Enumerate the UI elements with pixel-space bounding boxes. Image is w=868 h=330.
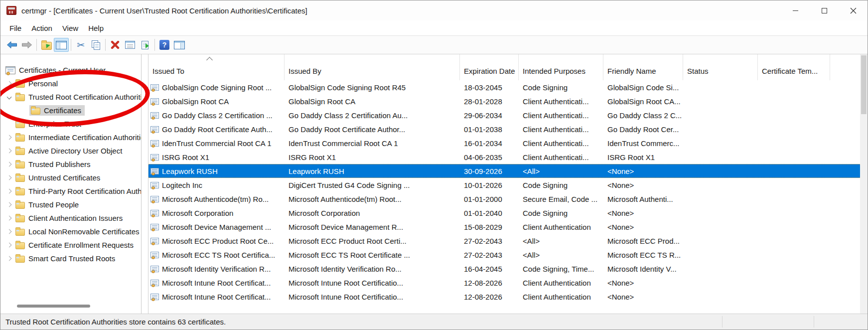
list-vertical-scrollbar[interactable] xyxy=(860,54,868,314)
menu-file[interactable]: File xyxy=(4,20,26,36)
cell-friendly_name: Microsoft ECC TS R... xyxy=(603,251,683,259)
tree-item-client-authentication-issuers[interactable]: Client Authentication Issuers xyxy=(0,211,141,225)
menu-help[interactable]: Help xyxy=(83,20,109,36)
maximize-button[interactable] xyxy=(810,0,839,20)
column-header-certificate-tem[interactable]: Certificate Tem... xyxy=(758,54,830,80)
table-row-microsoft-intune-root-certificat[interactable]: Microsoft Intune Root Certificat...Micro… xyxy=(148,276,860,290)
tree-item-content: Trusted People xyxy=(14,199,82,210)
back-button[interactable] xyxy=(4,38,19,52)
expander[interactable] xyxy=(4,184,14,198)
tree-item-content: Untrusted Certificates xyxy=(14,172,104,183)
cut-button[interactable]: ✂ xyxy=(73,38,88,52)
export-list-button[interactable] xyxy=(138,38,152,52)
column-header-friendly-name[interactable]: Friendly Name xyxy=(603,54,683,80)
cell-text: ISRG Root X1 xyxy=(162,153,209,162)
tree-item-local-nonremovable-certificates[interactable]: Local NonRemovable Certificates xyxy=(0,225,141,238)
copy-button[interactable] xyxy=(88,38,103,52)
column-header-expiration-date[interactable]: Expiration Date xyxy=(460,54,519,80)
expander[interactable] xyxy=(4,211,14,225)
tree-item-certificate-enrollment-requests[interactable]: Certificate Enrollment Requests xyxy=(0,238,141,252)
delete-button[interactable] xyxy=(108,38,123,52)
table-row-leapwork-rush[interactable]: Leapwork RUSHLeapwork RUSH30-09-2026<All… xyxy=(148,164,860,178)
expander[interactable] xyxy=(4,225,14,238)
column-header-status[interactable]: Status xyxy=(683,54,758,80)
tree-item-third-party-root-certification-authorities[interactable]: Third-Party Root Certification Authoriti… xyxy=(0,184,141,198)
expander[interactable] xyxy=(4,77,14,90)
cell-text: Microsoft Intune Root Certificat... xyxy=(162,279,271,287)
table-row-microsoft-device-management[interactable]: Microsoft Device Management ...Microsoft… xyxy=(148,220,860,234)
table-row-microsoft-ecc-ts-root-certifica[interactable]: Microsoft ECC TS Root Certifica...Micros… xyxy=(148,248,860,262)
show-hide-console-tree-button[interactable] xyxy=(54,38,69,52)
help-icon: ? xyxy=(159,40,169,50)
table-row-microsoft-ecc-product-root-ce[interactable]: Microsoft ECC Product Root Ce...Microsof… xyxy=(148,234,860,248)
help-button[interactable]: ? xyxy=(157,38,172,52)
tree-root-certificates-current-user[interactable]: Certificates - Current User xyxy=(0,63,141,77)
cell-issued_by: Microsoft Intune Root Certificatio... xyxy=(285,279,460,287)
expander[interactable] xyxy=(4,131,14,144)
tree-item-personal[interactable]: Personal xyxy=(0,77,141,90)
tree-item-smart-card-trusted-roots[interactable]: Smart Card Trusted Roots xyxy=(0,252,141,265)
tree-item-content: Client Authentication Issuers xyxy=(14,213,126,223)
show-hide-action-pane-icon xyxy=(174,41,185,49)
table-row-microsoft-identity-verification-r[interactable]: Microsoft Identity Verification R...Micr… xyxy=(148,262,860,276)
expander[interactable] xyxy=(4,158,14,171)
cell-text: Microsoft Authenticode(tm) Ro... xyxy=(162,195,269,203)
column-header-intended-purposes[interactable]: Intended Purposes xyxy=(519,54,603,80)
column-header-issued-by[interactable]: Issued By xyxy=(285,54,460,80)
expander[interactable] xyxy=(4,171,14,184)
cell-issued_to: ISRG Root X1 xyxy=(148,153,285,162)
menu-action[interactable]: Action xyxy=(26,20,57,36)
forward-button[interactable] xyxy=(19,38,34,52)
column-header-label: Issued To xyxy=(152,67,184,75)
cell-text: DigiCert Trusted G4 Code Signing ... xyxy=(289,181,410,189)
table-row-microsoft-authenticode-tm-ro[interactable]: Microsoft Authenticode(tm) Ro...Microsof… xyxy=(148,192,860,206)
gold-seal xyxy=(151,172,155,175)
cell-intended_purposes: <All> xyxy=(519,167,603,175)
tree-item-trusted-publishers[interactable]: Trusted Publishers xyxy=(0,158,141,171)
table-row-globalsign-code-signing-root[interactable]: GlobalSign Code Signing Root ...GlobalSi… xyxy=(148,80,860,94)
tree-horizontal-scrollbar[interactable] xyxy=(17,305,90,308)
tree-item-enterprise-trust[interactable]: Enterprise Trust xyxy=(0,117,141,131)
folder-icon xyxy=(15,121,25,128)
panel-splitter[interactable] xyxy=(142,54,148,314)
menu-view[interactable]: View xyxy=(57,20,83,36)
table-row-identrust-commercial-root-ca-1[interactable]: IdenTrust Commercial Root CA 1IdenTrust … xyxy=(148,136,860,150)
table-row-microsoft-corporation[interactable]: Microsoft CorporationMicrosoft Corporati… xyxy=(148,206,860,220)
column-header-label: Expiration Date xyxy=(464,67,515,75)
cell-text: Go Daddy Class 2 Certification ... xyxy=(162,111,273,120)
up-one-level-button[interactable] xyxy=(39,38,54,52)
expander[interactable] xyxy=(4,198,14,211)
tree-item-untrusted-certificates[interactable]: Untrusted Certificates xyxy=(0,171,141,184)
cell-text: Code Signing, Time... xyxy=(523,265,594,273)
tree-item-content: Certificate Enrollment Requests xyxy=(14,240,137,250)
column-header-issued-to[interactable]: Issued To xyxy=(148,54,285,80)
column-header-label: Issued By xyxy=(289,67,321,75)
expander[interactable] xyxy=(4,238,14,252)
tree-item-certificates[interactable]: Certificates xyxy=(0,104,141,117)
table-row-logitech-inc[interactable]: Logitech IncDigiCert Trusted G4 Code Sig… xyxy=(148,178,860,192)
cell-text: GlobalSign Code Signing Root R45 xyxy=(289,83,406,92)
table-row-microsoft-intune-root-certificat[interactable]: Microsoft Intune Root Certificat...Micro… xyxy=(148,290,860,304)
expander[interactable] xyxy=(4,252,14,265)
table-row-go-daddy-root-certificate-auth[interactable]: Go Daddy Root Certificate Auth...Go Dadd… xyxy=(148,122,860,136)
minimize-button[interactable] xyxy=(781,0,810,20)
table-row-isrg-root-x1[interactable]: ISRG Root X1ISRG Root X104-06-2035Client… xyxy=(148,150,860,164)
back-icon xyxy=(6,41,17,49)
tree-item-active-directory-user-object[interactable]: Active Directory User Object xyxy=(0,144,141,158)
table-row-globalsign-root-ca[interactable]: GlobalSign Root CAGlobalSign Root CA28-0… xyxy=(148,94,860,108)
expander[interactable] xyxy=(4,90,14,104)
cell-issued_to: Go Daddy Root Certificate Auth... xyxy=(148,125,285,134)
show-hide-action-pane-button[interactable] xyxy=(172,38,187,52)
tree-item-trusted-people[interactable]: Trusted People xyxy=(0,198,141,211)
close-button[interactable] xyxy=(839,0,868,20)
expander[interactable] xyxy=(4,144,14,158)
table-row-go-daddy-class-2-certification[interactable]: Go Daddy Class 2 Certification ...Go Dad… xyxy=(148,108,860,122)
console-tree-panel: Certificates - Current User PersonalTrus… xyxy=(0,54,142,314)
tree-item-intermediate-certification-authorities[interactable]: Intermediate Certification Authorities xyxy=(0,131,141,144)
scrollbar-thumb[interactable] xyxy=(861,55,867,114)
tree-item-trusted-root-certification-authorities[interactable]: Trusted Root Certification Authorities xyxy=(0,90,141,104)
cell-text: ISRG Root X1 xyxy=(289,153,336,162)
forward-icon xyxy=(21,41,32,49)
cell-friendly_name: Microsoft ECC Prod... xyxy=(603,237,683,245)
properties-button[interactable] xyxy=(123,38,138,52)
